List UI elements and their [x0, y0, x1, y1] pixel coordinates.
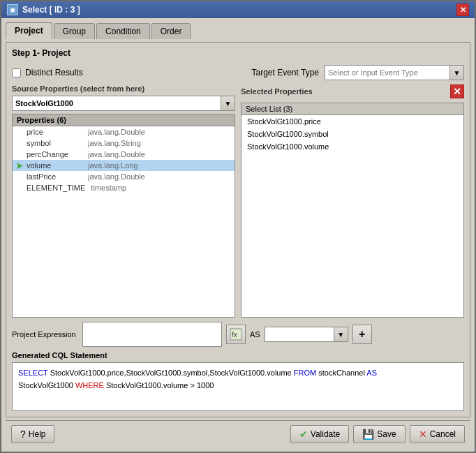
- prop-name-price: price: [27, 128, 82, 136]
- green-arrow-icon: ➤: [15, 160, 24, 171]
- prop-row-volume[interactable]: ➤ volume java.lang.Long: [13, 160, 235, 171]
- bottom-bar: ? Help ✔ Validate 💾 Save ✕ Cancel: [6, 420, 470, 447]
- cancel-button[interactable]: ✕ Cancel: [410, 425, 465, 443]
- expression-label: Project Expression: [12, 330, 78, 339]
- help-button[interactable]: ? Help: [11, 425, 54, 443]
- add-expression-button[interactable]: +: [352, 325, 372, 344]
- event-type-input[interactable]: [325, 65, 450, 80]
- cql-fields: StockVolGt1000.price,StockVolGt1000.symb…: [50, 369, 292, 377]
- properties-section: Source Properties (select from here) ▼ P…: [12, 84, 464, 318]
- cql-where-keyword: WHERE: [73, 381, 106, 389]
- properties-table: Properties (6) price java.lang.Double sy…: [12, 114, 235, 318]
- help-icon: ?: [20, 429, 26, 440]
- prop-row-price[interactable]: price java.lang.Double: [13, 126, 235, 138]
- prop-row-percchange[interactable]: percChange java.lang.Double: [13, 149, 235, 160]
- close-button[interactable]: ✕: [456, 3, 469, 16]
- cql-section: Generated CQL Statement SELECT StockVolG…: [12, 351, 464, 411]
- event-dropdown-button[interactable]: ▼: [450, 65, 464, 80]
- cql-box: SELECT StockVolGt1000.price,StockVolGt10…: [12, 362, 464, 411]
- as-input[interactable]: [265, 327, 334, 342]
- tab-project[interactable]: Project: [6, 22, 52, 39]
- selected-item-symbol[interactable]: StockVolGt1000.symbol: [241, 128, 463, 140]
- target-event-label: Target Event Type: [251, 68, 319, 77]
- svg-text:fx: fx: [232, 331, 237, 339]
- save-label: Save: [377, 429, 396, 439]
- event-select: ▼: [325, 65, 464, 80]
- distinct-label: Distinct Results: [25, 68, 83, 77]
- help-label: Help: [29, 429, 46, 439]
- validate-button[interactable]: ✔ Validate: [290, 425, 349, 443]
- validate-icon: ✔: [299, 429, 308, 440]
- prop-type-symbol: java.lang.String: [88, 139, 141, 147]
- bottom-right-buttons: ✔ Validate 💾 Save ✕ Cancel: [290, 425, 465, 443]
- tab-order[interactable]: Order: [151, 23, 191, 39]
- prop-name-element-time: ELEMENT_TIME: [27, 184, 85, 192]
- prop-type-lastprice: java.lang.Double: [88, 172, 145, 181]
- window-icon: ▣: [7, 4, 18, 15]
- prop-name-symbol: symbol: [27, 139, 82, 147]
- tab-group[interactable]: Group: [54, 23, 95, 39]
- selected-item-price[interactable]: StockVolGt1000.price: [241, 115, 463, 128]
- properties-header: Properties (6): [13, 114, 235, 126]
- prop-name-lastprice: lastPrice: [27, 172, 82, 181]
- target-event-row: Target Event Type ▼: [251, 65, 464, 80]
- selected-props-header: Selected Properties ✕: [241, 84, 464, 98]
- selected-properties-col: Selected Properties ✕ Select List (3) St…: [241, 84, 464, 318]
- prop-type-volume: java.lang.Long: [88, 161, 138, 170]
- cql-select-keyword: SELECT: [18, 369, 50, 377]
- main-panel: Step 1- Project Distinct Results Target …: [6, 42, 470, 417]
- distinct-row: Distinct Results: [12, 68, 83, 77]
- prop-row-lastprice[interactable]: lastPrice java.lang.Double: [13, 171, 235, 182]
- top-options-row: Distinct Results Target Event Type ▼: [12, 65, 464, 80]
- validate-label: Validate: [311, 429, 340, 439]
- prop-type-element-time: timestamp: [91, 184, 126, 192]
- main-window: ▣ Select [ ID : 3 ] ✕ Project Group Cond…: [0, 0, 476, 453]
- cql-as-keyword: AS: [365, 369, 377, 377]
- cql-title: Generated CQL Statement: [12, 351, 464, 359]
- tab-bar: Project Group Condition Order: [6, 22, 470, 39]
- selected-list: Select List (3) StockVolGt1000.price Sto…: [241, 103, 464, 318]
- source-header: Source Properties (select from here): [12, 84, 235, 93]
- cql-condition: StockVolGt1000.volume > 1000: [106, 381, 214, 389]
- prop-type-price: java.lang.Double: [88, 128, 145, 136]
- prop-type-percchange: java.lang.Double: [88, 150, 145, 158]
- cql-alias: StockVolGt1000: [18, 381, 73, 389]
- selected-props-label: Selected Properties: [241, 87, 313, 96]
- tab-condition[interactable]: Condition: [96, 23, 150, 39]
- cancel-icon: ✕: [419, 429, 427, 440]
- source-dropdown: ▼: [12, 96, 235, 111]
- prop-row-element-time[interactable]: ELEMENT_TIME timestamp: [13, 182, 235, 193]
- source-dropdown-button[interactable]: ▼: [221, 96, 235, 111]
- prop-name-volume: volume: [27, 161, 82, 170]
- selected-list-header: Select List (3): [241, 103, 463, 115]
- save-button[interactable]: 💾 Save: [353, 425, 405, 443]
- cql-from-keyword: FROM: [292, 369, 319, 377]
- window-title: Select [ ID : 3 ]: [22, 5, 80, 15]
- save-icon: 💾: [362, 429, 374, 440]
- step-title: Step 1- Project: [12, 48, 464, 58]
- expression-icon-button[interactable]: fx: [226, 325, 246, 344]
- expression-icon: fx: [230, 328, 242, 341]
- source-properties-col: Source Properties (select from here) ▼ P…: [12, 84, 235, 318]
- title-bar-left: ▣ Select [ ID : 3 ]: [7, 4, 80, 15]
- source-input[interactable]: [12, 96, 221, 111]
- as-field: ▼: [265, 327, 348, 342]
- as-label: AS: [250, 330, 260, 339]
- cancel-label: Cancel: [430, 429, 456, 439]
- delete-selected-button[interactable]: ✕: [450, 84, 464, 98]
- prop-row-symbol[interactable]: symbol java.lang.String: [13, 138, 235, 149]
- distinct-checkbox[interactable]: [12, 68, 21, 77]
- title-bar: ▣ Select [ ID : 3 ] ✕: [1, 1, 475, 18]
- expression-row: Project Expression fx AS ▼ +: [12, 322, 464, 347]
- expression-input-box[interactable]: [82, 322, 222, 347]
- content-area: Project Group Condition Order Step 1- Pr…: [1, 18, 475, 452]
- as-dropdown-button[interactable]: ▼: [334, 327, 348, 342]
- cql-source: stockChannel: [318, 369, 365, 377]
- selected-item-volume[interactable]: StockVolGt1000.volume: [241, 140, 463, 153]
- prop-name-percchange: percChange: [27, 150, 82, 158]
